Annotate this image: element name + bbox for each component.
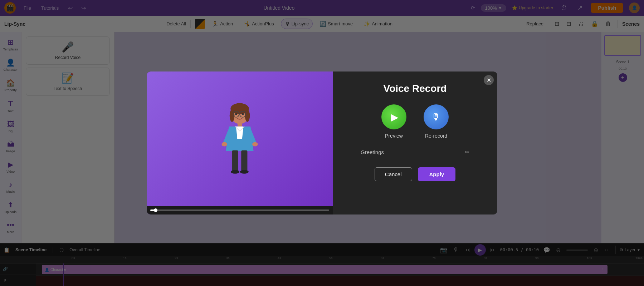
cancel-button[interactable]: Cancel [375,167,412,181]
svg-rect-12 [232,151,238,171]
apply-button[interactable]: Apply [418,167,456,181]
modal-controls-panel: Voice Record ▶ Preview 🎙 Re-record [333,72,497,214]
svg-point-8 [242,113,244,115]
rerecord-label: Re-record [425,133,447,139]
modal-action-row: Cancel Apply [375,167,455,181]
modal-video-panel [147,72,333,214]
svg-point-2 [230,110,235,122]
svg-point-11 [252,142,258,146]
svg-rect-9 [238,123,242,127]
modal-close-button[interactable]: ✕ [484,75,494,85]
preview-action: ▶ Preview [381,104,406,139]
edit-icon[interactable]: ✏ [465,149,469,156]
preview-button[interactable]: ▶ [381,104,406,129]
rerecord-mic-icon: 🎙 [431,111,441,123]
voice-record-modal-overlay: ✕ [0,0,644,286]
greetings-input[interactable] [361,149,461,155]
modal-action-buttons: ▶ Preview 🎙 Re-record [381,104,449,139]
voice-record-modal: ✕ [147,72,497,214]
character-illustration [211,96,268,182]
svg-point-10 [221,142,227,146]
progress-dot [154,208,157,212]
svg-rect-13 [241,151,247,171]
svg-point-14 [231,170,239,173]
text-input-row: ✏ [361,149,469,157]
video-progress-bar [147,206,333,214]
play-icon: ▶ [391,111,399,123]
modal-title: Voice Record [384,83,447,94]
progress-track[interactable] [150,209,329,211]
svg-point-7 [235,113,237,115]
rerecord-action: 🎙 Re-record [424,104,449,139]
preview-label: Preview [385,133,403,139]
svg-point-15 [240,170,249,173]
character-preview [147,72,333,206]
rerecord-button[interactable]: 🎙 [424,104,449,129]
